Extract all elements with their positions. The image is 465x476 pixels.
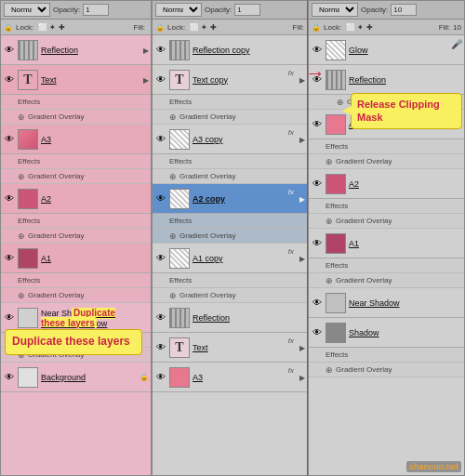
main-container: Normal Opacity: 1 🔒 Lock: ⬜ ✦ ✚ Fill: 👁 [0, 0, 465, 476]
eye-a2-copy: 👁 [156, 193, 166, 204]
eff-a1r-1: Effects [326, 261, 348, 270]
eff-icon-rr: ⊕ [337, 98, 344, 107]
effect-row-a1-left-1: Effects [1, 273, 151, 288]
effect-row-a2-left-1: Effects [1, 214, 151, 229]
effect-row-a1-left-2: ⊕ Gradient Overlay [1, 288, 151, 303]
effect-row-text-left-1: Effects [1, 95, 151, 110]
mid-lock-icons: ⬜ ✦ ✚ [190, 23, 216, 32]
eye-a3-right: 👁 [312, 119, 322, 129]
visibility-a2-left[interactable]: 👁 [3, 192, 16, 205]
vis-a2-right[interactable]: 👁 [311, 178, 324, 191]
eye-text-copy: 👁 [156, 74, 166, 85]
eff-icon-a3r: ⊕ [326, 157, 333, 166]
eff-name-rr: Gradient Overlay [347, 98, 403, 106]
eff-shadow-2: ⊕ Gradient Overlay [309, 363, 464, 377]
vis-a1-right[interactable]: 👁 [311, 237, 324, 250]
layer-a1-left[interactable]: 👁 A1 [1, 244, 151, 273]
vis-a3-copy[interactable]: 👁 [154, 133, 167, 146]
lock-bg-left: 🔒 [140, 373, 149, 381]
mid-blend-mode[interactable]: Normal [155, 3, 202, 17]
layer-text-left[interactable]: 👁 T Text ▶ [1, 65, 151, 95]
info-near-left: Near ShDuplicatethese layersow [40, 308, 149, 328]
vis-a3-mid[interactable]: 👁 [154, 371, 167, 384]
layer-a3-copy[interactable]: 👁 A3 copy fx ▶ [153, 125, 307, 154]
layer-bg-left[interactable]: 👁 Background 🔒 [1, 363, 151, 392]
thumb-a3-mid [169, 367, 190, 388]
visibility-reflection-left[interactable]: 👁 [3, 44, 16, 57]
vis-shadow-right[interactable]: 👁 [311, 326, 324, 339]
arr-a3-copy: ▶ [299, 135, 305, 143]
layer-glow-right[interactable]: 👁 Glow 🎤 [309, 35, 464, 65]
effect-row-near-2: ⊕ Gradient Overlay [1, 348, 151, 363]
left-opacity-value: 1 [83, 4, 109, 16]
vis-near-right[interactable]: 👁 [311, 297, 324, 310]
layer-reflection-copy[interactable]: 👁 Reflection copy [153, 35, 307, 65]
visibility-a3-left[interactable]: 👁 [3, 133, 16, 146]
name-a2-right: A2 [349, 179, 462, 189]
layer-reflection-right[interactable]: 👁 Reflection [309, 65, 464, 95]
right-lock-icons: ⬜ ✦ ✚ [346, 23, 372, 32]
eff-a3-right-2: ⊕ Gradient Overlay [309, 154, 464, 169]
eff-name-a1r: Gradient Overlay [336, 276, 392, 284]
layer-near-right[interactable]: 👁 Near Shadow [309, 288, 464, 318]
layer-text-mid[interactable]: 👁 T Text fx ▶ [153, 333, 307, 363]
thumb-bg-left [18, 367, 38, 388]
layer-a1-copy[interactable]: 👁 A1 copy fx ▶ [153, 244, 307, 273]
vis-a2-copy[interactable]: 👁 [154, 192, 167, 205]
eff-name-a1c: Gradient Overlay [179, 291, 235, 299]
layer-a3-left[interactable]: 👁 A3 [1, 125, 151, 154]
info-ref-right: Reflection [348, 75, 462, 85]
left-opacity-label: Opacity: [53, 6, 80, 14]
right-blend-mode[interactable]: Normal [312, 3, 358, 17]
layer-a3-right[interactable]: 👁 A3 [309, 110, 464, 139]
eff-a3-right-1: Effects [309, 139, 464, 154]
layer-reflection-left[interactable]: 👁 Reflection ▶ [1, 35, 151, 65]
eff-icon-shadow: ⊕ [326, 365, 333, 375]
thumb-a2-copy [169, 189, 190, 209]
visibility-text-left[interactable]: 👁 [3, 73, 16, 86]
layer-a3-mid[interactable]: 👁 A3 fx ▶ [153, 363, 307, 392]
vis-a1-copy[interactable]: 👁 [154, 252, 167, 265]
eye-a1-copy: 👁 [156, 253, 166, 263]
mic-icon-glow: 🎤 [451, 39, 462, 49]
layer-reflection-mid[interactable]: 👁 Reflection [153, 303, 307, 333]
fx-a2-copy: fx [288, 188, 294, 196]
watermark-text: shancun.net [409, 462, 458, 471]
layer-near-shadow-left[interactable]: 👁 Near ShDuplicatethese layersow [1, 303, 151, 333]
info-a1-left: A1 [40, 254, 149, 263]
visibility-bg-left[interactable]: 👁 [3, 371, 16, 384]
layer-a2-left[interactable]: 👁 A2 [1, 184, 151, 214]
name-a1-left: A1 [41, 254, 149, 263]
eff-icon-a3c: ⊕ [169, 172, 177, 181]
eff-icon-tc-2: ⊕ [169, 112, 177, 122]
layer-a1-right[interactable]: 👁 A1 [309, 229, 464, 258]
visibility-near-left[interactable]: 👁 [3, 311, 16, 324]
name-reflection-left: Reflection [41, 46, 149, 55]
eff-a2-copy-2: ⊕ Gradient Overlay [153, 229, 307, 244]
effect-icon-a1: ⊕ [18, 291, 25, 300]
vis-text-copy[interactable]: 👁 [154, 73, 167, 86]
layer-shadow-right[interactable]: 👁 Shadow [309, 318, 464, 348]
vis-text-mid[interactable]: 👁 [154, 341, 167, 354]
thumb-a1-copy [169, 248, 190, 269]
eff-icon-a2c: ⊕ [169, 231, 177, 241]
layer-a2-copy[interactable]: 👁 A2 copy fx ▶ [153, 184, 307, 214]
info-a2-right: A2 [348, 179, 462, 189]
left-blend-mode[interactable]: Normal [4, 3, 50, 17]
layer-a2-right[interactable]: 👁 A2 [309, 169, 464, 199]
eff-name-a2c: Gradient Overlay [179, 231, 235, 240]
right-lockbar: 🔒 Lock: ⬜ ✦ ✚ Fill: 10 [309, 20, 464, 35]
eff-a1-copy-2: ⊕ Gradient Overlay [153, 288, 307, 303]
vis-ref-mid[interactable]: 👁 [154, 311, 167, 324]
vis-a3-right[interactable]: 👁 [311, 118, 324, 131]
vis-ref-right[interactable]: 👁 [311, 73, 324, 86]
layer-text-copy[interactable]: 👁 T Text copy fx ▶ [153, 65, 307, 95]
effect-row-a3-left-1: Effects [1, 154, 151, 169]
eye-a2-right: 👁 [312, 178, 322, 189]
info-a3-left: A3 [40, 135, 149, 144]
vis-glow[interactable]: 👁 [311, 44, 324, 57]
vis-ref-copy[interactable]: 👁 [154, 44, 167, 57]
visibility-a1-left[interactable]: 👁 [3, 252, 16, 265]
arr-a3-mid: ▶ [299, 373, 305, 381]
eye-icon-near: 👁 [5, 312, 14, 323]
